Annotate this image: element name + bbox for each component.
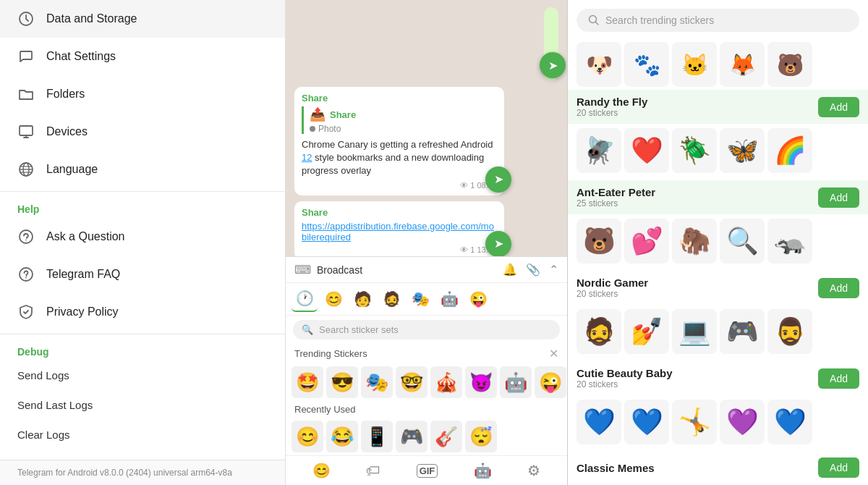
sticker-panel-search[interactable]: Search trending stickers xyxy=(576,9,859,32)
share-link[interactable]: https://appdistribution.firebase.google.… xyxy=(302,221,497,242)
chevron-up-icon[interactable]: ⌃ xyxy=(549,263,558,277)
nordic-sticker-5[interactable]: 🧔‍♂️ xyxy=(767,309,812,354)
sidebar-item-folders[interactable]: Folders xyxy=(0,75,285,113)
add-cutie-button[interactable]: Add xyxy=(818,368,859,389)
top-sticker-4[interactable]: 🦊 xyxy=(720,42,765,87)
attach-icon[interactable]: 📎 xyxy=(526,263,540,277)
sidebar-item-folders-label: Folders xyxy=(46,88,85,101)
sidebar-item-send-logs[interactable]: Send Logs xyxy=(0,360,285,390)
sticker-recent-2[interactable]: 😂 xyxy=(326,421,358,452)
cutie-sticker-5[interactable]: 💙 xyxy=(767,400,812,444)
add-anteater-button[interactable]: Add xyxy=(818,187,859,208)
sidebar-item-send-last-logs[interactable]: Send Last Logs xyxy=(0,390,285,420)
sticker-tab-3[interactable]: 🧔 xyxy=(378,286,404,312)
top-sticker-3[interactable]: 🐱 xyxy=(672,42,717,87)
sticker-icon[interactable]: 🏷 xyxy=(366,463,380,479)
sticker-recent-4[interactable]: 🎮 xyxy=(396,421,427,452)
keyboard-icon[interactable]: ⌨ xyxy=(294,263,311,277)
sticker-set-nordic: Nordic Gamer 20 stickers Add xyxy=(568,271,868,305)
sidebar-item-chat-settings[interactable]: Chat Settings xyxy=(0,38,285,75)
sticker-panel-search-placeholder: Search trending stickers xyxy=(605,14,714,26)
settings-icon[interactable]: ⚙ xyxy=(527,462,540,479)
randy-sticker-2[interactable]: ❤️ xyxy=(624,128,669,173)
sticker-tab-2[interactable]: 🧑 xyxy=(349,286,375,312)
send-button-3[interactable]: ➤ xyxy=(485,231,511,256)
sticker-tab-6[interactable]: 😜 xyxy=(465,286,491,312)
sticker-trending-5[interactable]: 🎪 xyxy=(430,366,462,398)
emoji-icon[interactable]: 😊 xyxy=(312,462,331,479)
sidebar-item-ask-question-label: Ask a Question xyxy=(46,230,125,243)
anteater-sticker-1[interactable]: 🐻 xyxy=(576,219,621,263)
send-button-1[interactable]: ➤ xyxy=(540,52,566,78)
sticker-trending-2[interactable]: 😎 xyxy=(326,366,358,398)
sticker-set-cutie-count: 20 stickers xyxy=(576,379,818,389)
gif-icon[interactable]: GIF xyxy=(417,464,438,478)
sticker-set-cutie: Cutie Beauty Baby 20 stickers Add xyxy=(568,361,868,395)
top-sticker-1[interactable]: 🐶 xyxy=(576,42,621,87)
nordic-sticker-1[interactable]: 🧔 xyxy=(576,309,621,354)
anteater-sticker-5[interactable]: 🦡 xyxy=(767,219,812,263)
sidebar-item-devices[interactable]: Devices xyxy=(0,113,285,151)
randy-sticker-4[interactable]: 🦋 xyxy=(720,128,765,173)
nordic-sticker-2[interactable]: 💅 xyxy=(624,309,669,354)
add-nordic-button[interactable]: Add xyxy=(818,278,859,298)
sidebar-item-telegram-faq[interactable]: Telegram FAQ xyxy=(0,256,285,293)
cutie-sticker-1[interactable]: 💙 xyxy=(576,400,621,444)
sidebar-item-clear-logs[interactable]: Clear Logs xyxy=(0,420,285,450)
cutie-sticker-2[interactable]: 💙 xyxy=(624,400,669,444)
broadcast-icons: 🔔 📎 ⌃ xyxy=(503,263,558,277)
svg-point-10 xyxy=(25,240,27,241)
anteater-sticker-3[interactable]: 🦣 xyxy=(672,219,717,263)
randy-sticker-3[interactable]: 🪲 xyxy=(672,128,717,173)
send-button-2[interactable]: ➤ xyxy=(485,166,511,193)
top-sticker-5[interactable]: 🐻 xyxy=(767,42,812,87)
randy-sticker-1[interactable]: 🪰 xyxy=(576,128,621,173)
sticker-tab-5[interactable]: 🤖 xyxy=(436,286,462,312)
randy-sticker-5[interactable]: 🌈 xyxy=(767,128,812,173)
sticker-recent-1[interactable]: 😊 xyxy=(292,421,323,452)
sticker-trending-1[interactable]: 🤩 xyxy=(292,366,323,398)
anteater-sticker-4[interactable]: 🔍 xyxy=(720,219,765,263)
anteater-sticker-2[interactable]: 💕 xyxy=(624,219,669,263)
chat-circle-icon xyxy=(17,228,35,245)
cutie-sticker-4[interactable]: 💜 xyxy=(720,400,765,444)
add-classic-button[interactable]: Add xyxy=(818,457,859,478)
face-icon[interactable]: 🤖 xyxy=(474,462,492,479)
sticker-set-cutie-name: Cutie Beauty Baby xyxy=(576,367,818,379)
sticker-set-nordic-info: Nordic Gamer 20 stickers xyxy=(576,277,818,299)
share-sub-label: Share xyxy=(330,109,356,120)
sticker-tab-4[interactable]: 🎭 xyxy=(407,286,433,312)
recent-tab[interactable]: 🕐 xyxy=(292,286,318,312)
sticker-recent-5[interactable]: 🎸 xyxy=(430,421,462,452)
sticker-trending-7[interactable]: 🤖 xyxy=(500,366,532,398)
nordic-sticker-3[interactable]: 💻 xyxy=(672,309,717,354)
sticker-set-randy: Randy the Fly 20 stickers Add xyxy=(568,90,868,124)
sticker-trending-3[interactable]: 🎭 xyxy=(361,366,393,398)
sticker-trending-6[interactable]: 😈 xyxy=(465,366,497,398)
top-sticker-2[interactable]: 🐾 xyxy=(624,42,669,87)
sidebar-item-language-label: Language xyxy=(46,163,98,176)
sticker-search[interactable]: 🔍 Search sticker sets xyxy=(293,320,560,340)
close-trending-icon[interactable]: ✕ xyxy=(549,347,558,360)
bottom-icon-bar: 😊 🏷 GIF 🤖 ⚙ xyxy=(286,455,567,485)
bell-icon[interactable]: 🔔 xyxy=(503,263,517,277)
sidebar-item-data-storage[interactable]: Data and Storage xyxy=(0,0,285,38)
sidebar-item-clear-logs-label: Clear Logs xyxy=(17,429,70,441)
sidebar-item-ask-question[interactable]: Ask a Question xyxy=(0,218,285,256)
sticker-trending-4[interactable]: 🤓 xyxy=(396,366,427,398)
add-randy-button[interactable]: Add xyxy=(818,97,859,117)
sticker-set-classic: Classic Memes Add xyxy=(568,452,868,484)
sticker-trending-8[interactable]: 😜 xyxy=(535,366,566,398)
clock-icon xyxy=(17,10,35,28)
question-icon xyxy=(17,266,35,283)
sticker-tab-1[interactable]: 😊 xyxy=(320,286,346,312)
emoji-tabs: 🕐 😊 🧑 🧔 🎭 🤖 😜 xyxy=(286,283,567,316)
cutie-sticker-3[interactable]: 🤸 xyxy=(672,400,717,444)
sidebar-item-language[interactable]: Language xyxy=(0,151,285,188)
sticker-recent-3[interactable]: 📱 xyxy=(361,421,393,452)
sticker-set-randy-count: 20 stickers xyxy=(576,108,818,118)
nordic-sticker-4[interactable]: 🎮 xyxy=(720,309,765,354)
sticker-recent-6[interactable]: 😴 xyxy=(465,421,497,452)
sidebar-item-privacy-policy[interactable]: Privacy Policy xyxy=(0,293,285,331)
sticker-set-classic-name: Classic Memes xyxy=(576,462,818,474)
